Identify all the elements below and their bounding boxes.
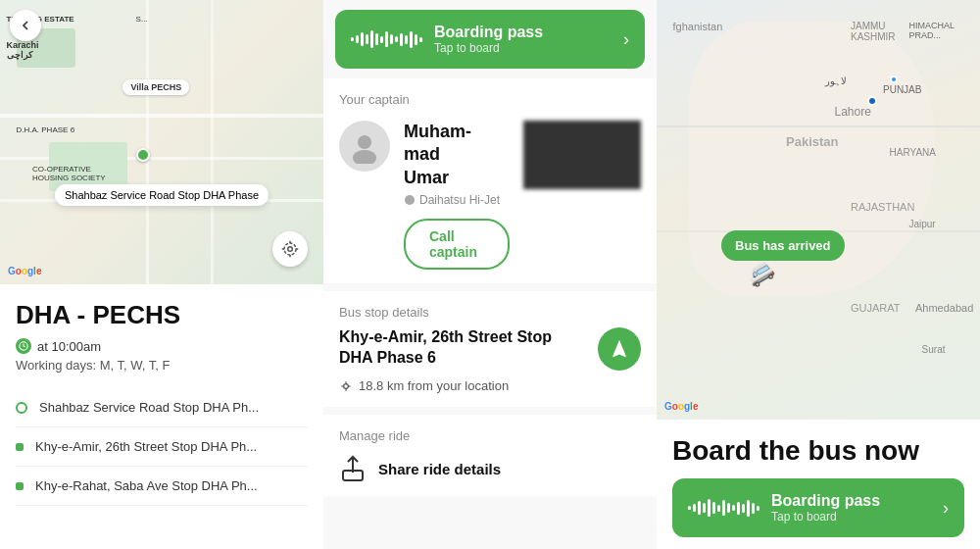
bus-stop-row: Khy-e-Amir, 26th Street Stop DHA Phase 6 [339,327,641,371]
board-section: Board the bus now Boarding pass Tap to b… [657,420,980,549]
bus-stop-name: Khy-e-Amir, 26th Street Stop DHA Phase 6 [339,327,598,369]
right-map: fghanistan Lahore Pakistan HIMACHALPRAD.… [657,0,980,420]
route-info: DHA - PECHS at 10:00am Working days: M, … [0,284,323,549]
captain-name: Muham- mad Umar [404,121,510,189]
svg-point-8 [353,150,376,164]
captain-details: Muham- mad Umar Daihatsu Hi-Jet Call cap… [404,121,510,270]
boarding-pass-left-bottom: Boarding pass Tap to board [688,492,880,524]
bus-stop-label: Bus stop details [339,305,641,320]
stop-name: Shahbaz Service Road Stop DHA Ph... [39,400,259,415]
google-logo-right: Google [664,401,698,412]
share-ride-row[interactable]: Share ride details [339,455,641,482]
back-button[interactable] [10,10,41,41]
time-label: at 10:00am [37,339,101,354]
working-days: Working days: M, T, W, T, F [16,358,308,373]
boarding-pass-left: Boarding pass Tap to board [351,24,543,55]
list-item[interactable]: Khy-e-Amir, 26th Street Stop DHA Ph... [16,427,308,467]
boarding-pass-text: Boarding pass Tap to board [434,24,543,55]
bus-arrived-badge: Bus has arrived [721,230,845,261]
left-panel: TRADING ESTATE Karachiکراچی S... Villa P… [0,0,323,549]
list-item[interactable]: Shahbaz Service Road Stop DHA Ph... [16,388,308,427]
route-title: DHA - PECHS [16,300,308,330]
distance-text: 18.8 km from your location [359,378,509,393]
chevron-right-icon-bottom: › [943,498,949,519]
board-title: Board the bus now [672,435,964,467]
boarding-pass-title: Boarding pass [434,24,543,41]
stop-dot [16,443,24,451]
boarding-pass-text-bottom: Boarding pass Tap to board [771,492,880,524]
captain-section: Your captain Muham- mad Umar Daihatsu Hi… [323,78,657,283]
captain-label: Your captain [339,92,641,107]
list-item[interactable]: Khy-e-Rahat, Saba Ave Stop DHA Ph... [16,467,308,506]
vehicle-name: Daihatsu Hi-Jet [404,193,510,207]
share-icon [339,455,367,482]
boarding-pass-button-top[interactable]: Boarding pass Tap to board › [335,10,645,69]
navigation-button[interactable] [598,327,641,371]
avatar [339,121,390,172]
boarding-pass-title-bottom: Boarding pass [771,492,880,510]
middle-panel: Boarding pass Tap to board › Your captai… [323,0,657,549]
captain-photo [523,121,641,189]
svg-point-0 [288,247,293,252]
svg-point-10 [344,383,349,388]
boarding-pass-button-bottom[interactable]: Boarding pass Tap to board › [672,478,964,537]
call-captain-button[interactable]: Call captain [404,219,510,270]
stop-list: Shahbaz Service Road Stop DHA Ph... Khy-… [16,388,308,506]
svg-point-7 [358,135,371,149]
manage-section: Manage ride Share ride details [323,415,657,496]
svg-point-1 [284,243,296,255]
boarding-pass-subtitle: Tap to board [434,41,543,55]
chevron-right-icon: › [623,29,629,50]
distance-row: 18.8 km from your location [339,378,641,393]
stop-dot [16,482,24,490]
clock-icon [16,338,31,354]
left-map: TRADING ESTATE Karachiکراچی S... Villa P… [0,0,323,284]
svg-point-9 [405,195,415,205]
google-logo-left: Google [8,266,41,276]
bus-stop-section: Bus stop details Khy-e-Amir, 26th Street… [323,291,657,407]
right-panel: fghanistan Lahore Pakistan HIMACHALPRAD.… [657,0,980,549]
route-time: at 10:00am [16,338,308,354]
stop-dot [16,402,27,414]
stop-name: Khy-e-Rahat, Saba Ave Stop DHA Ph... [35,478,258,493]
boarding-pass-subtitle-bottom: Tap to board [771,510,880,524]
stop-name: Khy-e-Amir, 26th Street Stop DHA Ph... [35,439,257,454]
waveform-icon [351,27,422,51]
manage-label: Manage ride [339,428,641,443]
map-stop-label: Shahbaz Service Road Stop DHA Phase [55,184,269,206]
captain-info: Muham- mad Umar Daihatsu Hi-Jet Call cap… [339,121,641,270]
location-button[interactable] [272,231,308,267]
waveform-icon-bottom [688,496,760,520]
share-ride-label: Share ride details [378,461,501,477]
